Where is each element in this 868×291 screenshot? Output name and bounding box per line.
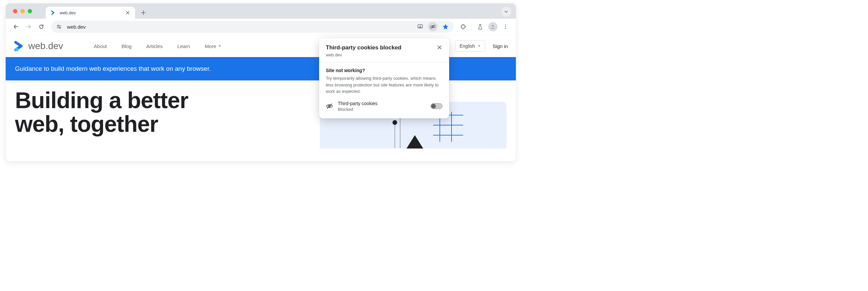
toolbar-separator: [471, 23, 472, 30]
popover-title: Third-party cookies blocked: [326, 45, 436, 51]
window-minimize-button[interactable]: [20, 9, 25, 13]
nav-more[interactable]: More: [205, 43, 221, 49]
menu-kebab-icon[interactable]: [500, 21, 511, 32]
language-picker[interactable]: English: [455, 40, 485, 52]
new-tab-button[interactable]: [138, 8, 148, 18]
nav-articles[interactable]: Articles: [146, 43, 163, 49]
chevron-down-icon: [218, 45, 221, 48]
eye-blocked-icon: [326, 103, 333, 110]
site-settings-icon[interactable]: [54, 22, 64, 31]
traffic-lights: [13, 9, 32, 13]
tab-title: web.dev: [60, 10, 122, 16]
popover-subtitle: web.dev: [326, 52, 436, 57]
svg-point-1: [58, 25, 59, 26]
svg-line-21: [327, 104, 332, 109]
popover-body-heading: Site not working?: [326, 68, 442, 73]
popover-body-text: Try temporarily allowing third-party coo…: [326, 75, 442, 95]
toggle-label: Third-party cookies: [338, 101, 426, 106]
svg-point-13: [393, 120, 397, 125]
labs-icon[interactable]: [474, 21, 486, 32]
third-party-cookies-row: Third-party cookies Blocked: [326, 101, 442, 112]
profile-avatar[interactable]: [487, 21, 498, 32]
bookmark-star-icon[interactable]: [441, 22, 450, 31]
url-text[interactable]: web.dev: [67, 24, 412, 30]
svg-point-9: [505, 28, 506, 29]
toolbar: web.dev: [6, 19, 516, 35]
tab-close-button[interactable]: [125, 10, 130, 16]
install-app-icon[interactable]: [415, 22, 425, 31]
eye-blocked-icon[interactable]: [428, 22, 437, 31]
svg-point-8: [505, 26, 506, 27]
language-label: English: [460, 43, 475, 49]
extensions-icon[interactable]: [458, 21, 469, 32]
svg-point-2: [59, 27, 60, 28]
tab-favicon-icon: [50, 10, 56, 16]
popover-close-button[interactable]: [436, 45, 442, 50]
svg-line-5: [431, 25, 435, 29]
svg-point-7: [505, 24, 506, 25]
cookies-toggle[interactable]: [431, 103, 442, 109]
site-logo-text: web.dev: [28, 41, 63, 51]
forward-button[interactable]: [23, 21, 34, 32]
chevron-down-icon: [477, 45, 481, 48]
window-maximize-button[interactable]: [28, 9, 32, 13]
address-bar[interactable]: web.dev: [51, 21, 454, 33]
nav-blog[interactable]: Blog: [122, 43, 132, 49]
browser-window: web.dev web.dev: [6, 3, 516, 162]
window-close-button[interactable]: [13, 9, 17, 13]
hero-title: Building a better web, together: [15, 88, 306, 148]
reload-button[interactable]: [36, 21, 47, 32]
site-logo[interactable]: web.dev: [14, 40, 63, 52]
site-nav: About Blog Articles Learn More: [94, 43, 221, 49]
svg-point-6: [492, 25, 494, 27]
tab-strip: web.dev: [6, 3, 516, 19]
back-button[interactable]: [10, 21, 22, 32]
cookies-blocked-popover: Third-party cookies blocked web.dev Site…: [319, 38, 449, 118]
nav-about[interactable]: About: [94, 43, 107, 49]
nav-learn[interactable]: Learn: [177, 43, 190, 49]
browser-tab[interactable]: web.dev: [46, 7, 135, 19]
signin-link[interactable]: Sign in: [493, 43, 508, 49]
toggle-status: Blocked: [338, 107, 426, 112]
svg-point-0: [51, 14, 53, 16]
tabs-overflow-button[interactable]: [501, 7, 511, 17]
svg-point-10: [15, 48, 19, 51]
